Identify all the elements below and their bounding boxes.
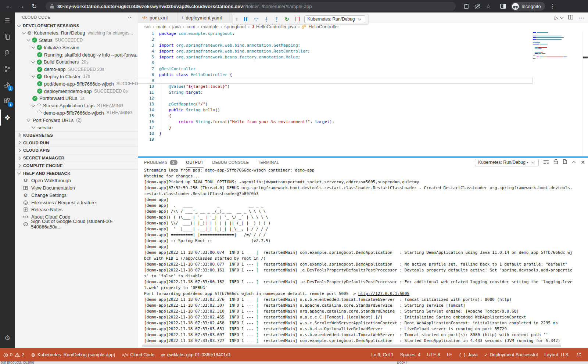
panel-tab-debug-console[interactable]: DEBUG CONSOLE (212, 158, 249, 167)
tree-item[interactable]: ✓Portforward URLs1s (15, 95, 138, 102)
breadcrumb-file[interactable]: HelloController.java (256, 24, 296, 29)
maximize-panel-icon[interactable] (572, 161, 576, 165)
status-2[interactable]: 2 (13, 348, 28, 361)
tree-item[interactable]: ✓deployment/demo-appSUCCEEDED 8s (15, 87, 138, 95)
tree-item[interactable]: Port Forward URLs(2) (15, 116, 138, 124)
settings-icon: ⚙ (23, 192, 28, 198)
sidebar-section-cloud-run[interactable]: CLOUD RUN (15, 139, 138, 147)
sliver-text: our products, busine (1, 361, 34, 364)
unlock-icon[interactable] (553, 159, 558, 166)
editor-scrollbar[interactable] (582, 31, 588, 156)
status-0[interactable]: 0 (0, 348, 13, 361)
status-kubernetes-run-debug-sam[interactable]: Kubernetes: Run/Debug (sample-app) (28, 348, 118, 361)
help-item-open-walkthrough[interactable]: Open Walkthrough (15, 177, 138, 184)
activity-menu-icon[interactable]: ☰ (0, 12, 15, 29)
tree-item[interactable]: ✓pod/demo-app-5ffb7666dc-wjbchSUCCEED... (15, 80, 138, 87)
minimap[interactable] (533, 32, 567, 63)
sidebar-section-help-and-feedback[interactable]: HELP AND FEEDBACK (15, 169, 138, 177)
tree-item[interactable]: ✓Initialize Session (15, 44, 138, 51)
tree-item[interactable]: ✓demo-appSUCCEEDED 20s (15, 66, 138, 73)
tree-item[interactable]: ✓Running: skaffold debug -v info --port-… (15, 51, 138, 58)
side-panel-icon[interactable] (498, 1, 509, 11)
sidebar-section-cloud-apis[interactable]: CLOUD APIS (15, 147, 138, 154)
panel-tab-terminal[interactable]: TERMINAL (258, 158, 279, 167)
tree-item[interactable]: ✓Deploy to Cluster17s (15, 73, 138, 80)
log-line: [demo-app] (144, 197, 573, 203)
panel-horizontal-scrollbar[interactable] (142, 345, 561, 347)
step-over-icon[interactable] (253, 16, 259, 22)
reload-icon[interactable]: ↻ (28, 1, 40, 11)
breadcrumb-item[interactable]: java (172, 24, 181, 29)
toolbar-grip-icon[interactable]: ⁞⁞ (236, 17, 239, 21)
clear-output-icon[interactable] (543, 159, 549, 166)
breadcrumb-item[interactable]: springboot (225, 24, 246, 29)
panel-tab-output[interactable]: OUTPUT (186, 158, 204, 167)
restart-icon[interactable]: ↻ (284, 16, 290, 22)
breadcrumb-item[interactable]: com (187, 24, 196, 29)
status-layout-u-s-[interactable]: Layout: U.S. (541, 348, 573, 361)
status-ln-9-col-1[interactable]: Ln 9, Col 1 (368, 348, 397, 361)
stop-icon[interactable] (294, 16, 301, 22)
status-utf-8[interactable]: UTF-8 (424, 348, 443, 361)
port-forward-link[interactable]: http://127.0.0.1:5005 (358, 291, 409, 296)
activity-search-icon[interactable] (0, 45, 15, 61)
pause-icon[interactable] (243, 16, 249, 22)
activity-source-control-icon[interactable] (0, 61, 15, 77)
breadcrumb-symbol[interactable]: HelloController (308, 24, 339, 29)
tree-item[interactable]: Stream Application LogsSTREAMING (15, 102, 138, 109)
help-item-view-documentation[interactable]: View Documentation (15, 184, 138, 192)
activity-run-debug-icon[interactable]: 2 (0, 77, 15, 93)
output-channel-dropdown[interactable]: Kubernetes: Run/Debug - (475, 159, 539, 166)
run-options-chevron-icon[interactable] (560, 15, 564, 19)
split-editor-icon[interactable] (568, 14, 573, 21)
status-qwiklabs-gcp-01-036fe184[interactable]: ⇄qwiklabs-gcp-01-036fe18401d1 (158, 348, 234, 361)
help-item-release-notes[interactable]: Release Notes (15, 206, 138, 213)
panel-tab-problems[interactable]: PROBLEMS2 (144, 158, 178, 167)
tree-item[interactable]: ✓StatusSUCCEEDED (15, 37, 138, 44)
help-item-sign-out[interactable]: Sign Out of Google Cloud (student-00-540… (15, 221, 138, 228)
breadcrumb-item[interactable]: example (201, 24, 218, 29)
tab-deployment-yaml[interactable]: !deployment.yaml (178, 12, 232, 23)
tree-item[interactable]: ✓Build Containers20s (15, 58, 138, 66)
breadcrumb-item[interactable]: main (157, 24, 166, 29)
back-icon[interactable]: ← (3, 1, 15, 11)
eye-off-icon[interactable] (472, 1, 483, 11)
bookmark-star-icon[interactable]: ☆ (483, 1, 494, 11)
section-label: HELP AND FEEDBACK (23, 171, 71, 176)
help-item-file-issues[interactable]: File issues / Request a feature (15, 199, 138, 206)
status-deployment-successful[interactable]: ✓Deployment Successful (481, 348, 541, 361)
tree-section-header[interactable]: DEVELOPMENT SESSIONS (15, 22, 138, 29)
status-cloud-code[interactable]: </>Cloud Code (118, 348, 158, 361)
status-lf[interactable]: LF (444, 348, 456, 361)
debug-profile-dropdown[interactable]: Kubernetes: Run/Debug (304, 15, 366, 23)
sidebar-section-compute-engine[interactable]: COMPUTE ENGINE (15, 162, 138, 169)
open-log-file-icon[interactable] (563, 159, 567, 166)
activity-cloud-code-icon[interactable]: ❖ (0, 109, 15, 126)
tab-pom-xml[interactable]: </>pom.xml (138, 12, 178, 23)
run-file-icon[interactable]: ▷ (555, 15, 558, 21)
tree-item[interactable]: Kubernetes: Run/Debugwatching for change… (15, 29, 138, 37)
tree-item[interactable]: demo-app-5ffb7666dc-wjbchSTREAMING (15, 109, 138, 117)
step-out-icon[interactable] (273, 16, 280, 22)
clipboard-icon[interactable] (461, 1, 472, 11)
activity-explorer-icon[interactable] (0, 29, 15, 45)
status-spaces-4[interactable]: Spaces: 4 (397, 348, 424, 361)
sidebar-more-icon[interactable]: ⋯ (128, 14, 133, 20)
step-into-icon[interactable] (263, 16, 270, 22)
status-java[interactable]: { }Java (455, 348, 481, 361)
output-log[interactable]: Streaming logs from pod: demo-app-5ffb76… (138, 167, 588, 344)
url-bar[interactable]: 80-my-workstation.cluster-ug6ziz43wzeksw… (46, 2, 456, 11)
activity-extensions-icon[interactable]: 1 (0, 93, 15, 109)
activity-settings-gear-icon[interactable]: ⚙ (0, 330, 15, 346)
sidebar-section-secret-manager[interactable]: SECRET MANAGER (15, 154, 138, 162)
close-panel-icon[interactable]: ✕ (581, 159, 585, 165)
forward-icon[interactable]: → (15, 1, 28, 11)
status-bell-icon[interactable] (573, 348, 584, 361)
editor-more-icon[interactable]: ⋯ (578, 14, 584, 21)
breadcrumb-item[interactable]: src (144, 24, 151, 29)
sidebar-section-kubernetes[interactable]: KUBERNETES (15, 131, 138, 139)
help-item-change-settings[interactable]: ⚙Change Settings (15, 191, 138, 199)
code-editor[interactable]: 1package com.example.springboot;23import… (138, 31, 588, 156)
browser-menu-icon[interactable]: ⋮ (547, 1, 558, 11)
tree-item[interactable]: service (15, 124, 138, 131)
